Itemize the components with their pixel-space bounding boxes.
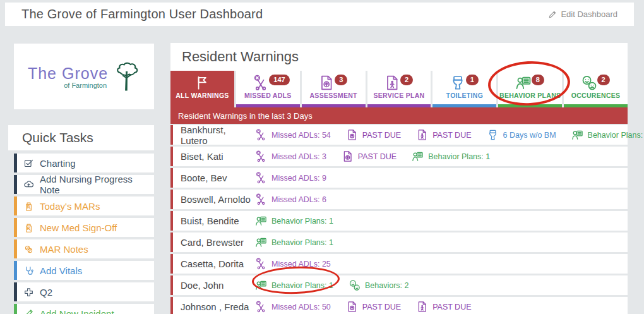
warning-behavior-plans[interactable]: Behavior Plans: 1 xyxy=(255,279,333,291)
tab-toileting[interactable]: 1TOILETING xyxy=(432,71,496,107)
resident-name[interactable]: Card, Brewster xyxy=(181,237,255,248)
assessment-icon xyxy=(318,75,335,91)
resident-name[interactable]: Doe, John xyxy=(181,280,255,291)
service-plan-icon xyxy=(416,301,428,313)
warning-assessment[interactable]: PAST DUE xyxy=(346,301,401,313)
warning-toileting[interactable]: 6 Days w/o BM xyxy=(487,129,556,141)
warning-missed-adls[interactable]: Missed ADLs: 54 xyxy=(255,129,331,141)
quick-task-label: Charting xyxy=(40,158,76,169)
warning-missed-adls[interactable]: Missed ADLs: 25 xyxy=(255,258,331,270)
tab-badge: 2 xyxy=(400,75,413,85)
resident-row-boswell-arnoldo: Boswell, ArnoldoMissed ADLs: 6 xyxy=(170,190,628,209)
resident-row-casetta-dorita: Casetta, DoritaMissed ADLs: 25 xyxy=(170,254,628,274)
resident-name[interactable]: Johnson , Freda xyxy=(181,301,255,312)
warning-behavior-plans[interactable]: Behavior Plans: 1 xyxy=(255,236,333,248)
edit-dashboard-button[interactable]: Edit Dashboard xyxy=(548,9,617,19)
quick-tasks-title: Quick Tasks xyxy=(22,130,93,145)
resident-name[interactable]: Biset, Kati xyxy=(181,151,255,162)
tab-badge: 1 xyxy=(466,75,479,85)
resident-row-card-brewster: Card, BrewsterBehavior Plans: 1 xyxy=(170,232,628,252)
warning-assessment[interactable]: PAST DUE xyxy=(346,129,401,141)
warning-label: Behavior Plans: 1 xyxy=(271,281,333,290)
pencil-icon xyxy=(23,308,34,314)
service-plan-icon xyxy=(384,75,400,91)
warning-label: Missed ADLs: 6 xyxy=(271,195,326,204)
quick-task-q2[interactable]: Q2 xyxy=(14,282,154,301)
warning-label: PAST DUE xyxy=(362,131,401,140)
quick-task-label: Add Vitals xyxy=(40,265,82,276)
behavior-plans-icon xyxy=(255,279,267,291)
quick-task-charting[interactable]: Charting xyxy=(14,154,154,172)
tab-behavior-plans[interactable]: 8BEHAVIOR PLANS xyxy=(498,71,562,107)
warning-behavior-plans[interactable]: Behavior Plans: 4 xyxy=(571,129,644,141)
logo-subname: of Farmington xyxy=(64,82,107,89)
warning-label: Missed ADLs: 9 xyxy=(271,174,326,183)
warning-service-plan[interactable]: PAST DUE xyxy=(416,301,471,313)
resident-name[interactable]: Buist, Bendite xyxy=(181,215,255,226)
warning-label: Missed ADLs: 54 xyxy=(271,131,331,140)
faces-icon xyxy=(581,75,597,91)
tab-badge: 8 xyxy=(532,75,544,85)
tab-service-plan[interactable]: 2SERVICE PLAN xyxy=(367,71,431,107)
resident-name[interactable]: Casetta, Dorita xyxy=(181,258,255,269)
quick-task-label: Add Nursing Progress Note xyxy=(40,174,154,195)
faces-icon xyxy=(349,279,361,291)
rx-bottle-icon: R xyxy=(23,201,34,212)
tab-badge: 147 xyxy=(269,75,289,85)
warning-service-plan[interactable]: PAST DUE xyxy=(416,129,471,141)
warning-missed-adls[interactable]: Missed ADLs: 6 xyxy=(255,193,326,205)
behavior-plans-icon xyxy=(255,236,267,248)
behavior-plans-icon xyxy=(255,215,267,227)
resident-name[interactable]: Boote, Bev xyxy=(181,172,255,183)
warning-label: PAST DUE xyxy=(432,131,471,140)
quick-task-today-s-mars[interactable]: RToday's MARs xyxy=(14,196,154,215)
tab-assessment[interactable]: 3ASSESSMENT xyxy=(302,71,366,107)
missed-adls-icon xyxy=(255,301,267,313)
warning-behavior-plans[interactable]: Behavior Plans: 1 xyxy=(255,215,333,227)
edit-dashboard-label: Edit Dashboard xyxy=(561,9,617,19)
quick-task-add-new-incident[interactable]: Add New Incident xyxy=(14,304,154,314)
resident-name[interactable]: Boswell, Arnoldo xyxy=(181,194,255,205)
behavior-plans-icon xyxy=(571,129,583,141)
warning-behaviors[interactable]: Behaviors: 2 xyxy=(349,279,408,291)
cloud-upload-icon xyxy=(23,179,34,190)
resident-row-buist-bendite: Buist, BenditeBehavior Plans: 1 xyxy=(170,211,628,231)
warning-label: PAST DUE xyxy=(358,152,397,161)
pencil-icon xyxy=(548,10,557,19)
quick-task-label: MAR Notes xyxy=(40,244,88,255)
tab-badge: 2 xyxy=(597,75,610,85)
quick-task-label: Add New Incident xyxy=(40,308,114,314)
warning-missed-adls[interactable]: Missed ADLs: 9 xyxy=(255,172,326,184)
tab-missed-adls[interactable]: 147MISSED ADLS xyxy=(236,71,300,107)
behavior-plans-icon xyxy=(412,150,424,162)
tab-occurences[interactable]: 2OCCURENCES xyxy=(564,71,628,107)
warning-label: Missed ADLs: 25 xyxy=(271,260,331,269)
header-bar: The Grove of Farmington User Dashboard E… xyxy=(5,3,634,26)
warning-label: Behavior Plans: 1 xyxy=(271,238,333,247)
tab-label: MISSED ADLS xyxy=(236,92,300,99)
resident-name[interactable]: Bankhurst, Lutero xyxy=(181,124,255,146)
resident-row-bankhurst-lutero: Bankhurst, LuteroMissed ADLs: 54PAST DUE… xyxy=(170,125,628,145)
warning-missed-adls[interactable]: Missed ADLs: 3 xyxy=(255,150,326,162)
warnings-period-banner: Resident Warnings in the last 3 Days xyxy=(170,107,628,124)
quick-task-add-vitals[interactable]: Add Vitals xyxy=(14,261,154,280)
quick-task-new-med-sign-off[interactable]: RNew Med Sign-Off xyxy=(14,218,154,237)
tab-label: SERVICE PLAN xyxy=(367,92,431,99)
assessment-icon xyxy=(346,301,358,313)
pills-icon xyxy=(23,244,34,255)
toilet-icon xyxy=(487,129,499,141)
quick-task-mar-notes[interactable]: MAR Notes xyxy=(14,239,154,258)
assessment-icon xyxy=(342,150,354,162)
missed-adls-icon xyxy=(253,75,269,91)
quick-task-label: New Med Sign-Off xyxy=(40,222,117,233)
resident-row-boote-bev: Boote, BevMissed ADLs: 9 xyxy=(170,168,628,188)
quick-task-add-nursing-progress-note[interactable]: Add Nursing Progress Note xyxy=(14,175,154,194)
warning-missed-adls[interactable]: Missed ADLs: 50 xyxy=(255,301,331,313)
resident-warnings-table: Bankhurst, LuteroMissed ADLs: 54PAST DUE… xyxy=(170,125,628,314)
tab-all-warnings[interactable]: ALL WARNINGS xyxy=(170,71,234,107)
warning-label: Behavior Plans: 1 xyxy=(428,152,490,161)
warning-label: Behavior Plans: 4 xyxy=(588,131,644,140)
warning-label: PAST DUE xyxy=(362,303,401,311)
warning-assessment[interactable]: PAST DUE xyxy=(342,150,397,162)
warning-behavior-plans[interactable]: Behavior Plans: 1 xyxy=(412,150,490,162)
